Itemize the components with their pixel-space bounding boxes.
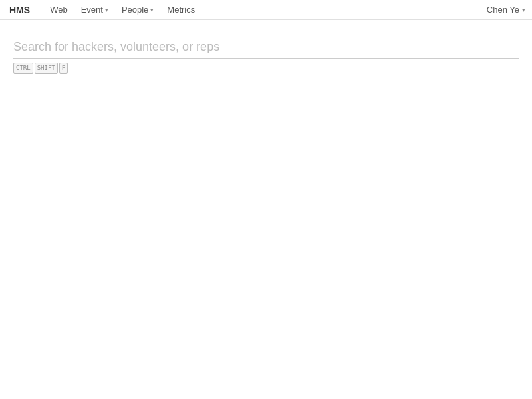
search-container: CTRL SHIFT F [13,40,519,74]
kbd-shift: SHIFT [35,63,58,74]
nav-label-web: Web [50,5,68,15]
keyboard-shortcut: CTRL SHIFT F [13,63,519,74]
navbar: HMS Web Event ▾ People ▾ Metrics Chen Ye… [0,0,532,20]
nav-item-web[interactable]: Web [43,0,74,19]
chevron-down-icon: ▾ [150,7,154,13]
user-menu[interactable]: Chen Ye ▾ [487,5,525,15]
nav-label-metrics: Metrics [167,5,195,15]
nav-item-metrics[interactable]: Metrics [160,0,201,19]
nav-label-people: People [122,5,148,15]
search-input[interactable] [13,40,519,59]
kbd-ctrl: CTRL [13,63,33,74]
nav-label-event: Event [81,5,103,15]
brand-logo[interactable]: HMS [7,5,33,15]
user-name: Chen Ye [487,5,519,15]
nav-item-people[interactable]: People ▾ [115,0,160,19]
kbd-f: F [59,63,68,74]
main-content: CTRL SHIFT F [0,20,532,74]
chevron-down-icon: ▾ [105,7,108,13]
nav-item-event[interactable]: Event ▾ [74,0,115,19]
chevron-down-icon: ▾ [522,7,525,13]
